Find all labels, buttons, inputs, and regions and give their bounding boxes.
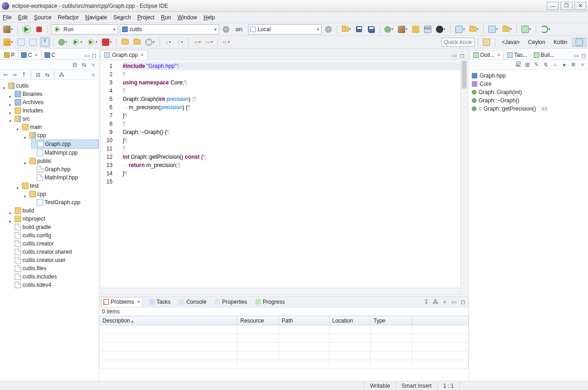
tree-item[interactable]: cutils.creator (9, 240, 99, 248)
save-button[interactable] (354, 24, 364, 34)
tb2-edit[interactable] (2, 37, 14, 47)
outline-item[interactable]: cGraph::getPrecision() : int (472, 105, 585, 113)
quick-access-input[interactable] (441, 38, 475, 47)
tree-item[interactable]: MathImpl.hpp (31, 173, 99, 182)
tab-properties[interactable]: Properties (213, 298, 249, 306)
tb2-back[interactable]: ⇦ (192, 37, 202, 47)
project-config-button[interactable] (221, 24, 231, 34)
stop-button[interactable] (34, 24, 44, 34)
close-editor-icon[interactable]: ✕ (140, 52, 144, 57)
tb2-debug[interactable] (57, 37, 68, 47)
tb2-search[interactable] (144, 37, 156, 47)
menu-run[interactable]: Run (161, 14, 171, 21)
tree-item[interactable]: ▸Includes (9, 106, 99, 115)
problems-col[interactable]: Path (279, 316, 329, 325)
nav-up-icon[interactable]: ⤒ (20, 71, 28, 78)
target-config-button[interactable] (323, 24, 334, 34)
maximize-button[interactable]: ❐ (560, 2, 572, 10)
perspective-java[interactable]: <Java> (498, 38, 523, 47)
nav-back-icon[interactable]: ⇦ (2, 71, 9, 78)
tree-item[interactable]: Graph.hpp (31, 165, 99, 173)
tab-console[interactable]: Console (177, 298, 208, 306)
nav-filter-icon[interactable]: ⁂ (58, 71, 65, 78)
menu-source[interactable]: Source (34, 14, 51, 21)
nav-link-icon[interactable]: ⇆ (44, 71, 51, 78)
menu-search[interactable]: Search (113, 14, 131, 21)
open-perspective-button[interactable] (481, 37, 492, 47)
tb-user[interactable] (435, 24, 447, 34)
tb2-whitespace[interactable]: ¶ (40, 37, 50, 47)
tree-item[interactable]: ▾public (24, 157, 99, 165)
outline-item[interactable]: Graph::Graph(int) (472, 88, 585, 96)
tree-item[interactable]: cutils.config (9, 231, 99, 240)
problems-table[interactable]: DescriptionResourcePathLocationType (99, 316, 469, 381)
problems-filter-icon[interactable]: ↧ (423, 298, 430, 306)
editor-content[interactable]: #include "Graph.hpp"¶¶using namespace Co… (121, 61, 467, 295)
outline-item[interactable]: Core (472, 80, 585, 88)
menu-help[interactable]: Help (204, 14, 215, 21)
nav-menu-icon[interactable]: ▿ (90, 71, 97, 78)
problems-min-icon[interactable]: ▭ (450, 298, 458, 306)
problems-col[interactable]: Description (100, 316, 237, 325)
tb2-block[interactable] (28, 37, 38, 47)
build-config-button[interactable] (396, 24, 409, 34)
run-config-combo[interactable]: Run ▾ (51, 24, 118, 34)
perspective-kotlin[interactable]: Kotlin (550, 38, 571, 47)
tb2-open1[interactable] (120, 37, 130, 47)
tab-c-projects-2[interactable]: C (41, 50, 59, 59)
target-combo[interactable]: Local ▾ (248, 24, 322, 34)
minimize-button[interactable]: — (547, 2, 559, 10)
menu-navigate[interactable]: Navigate (85, 14, 107, 21)
editor-min-icon[interactable]: ▭ (450, 52, 458, 59)
tree-item[interactable]: cutils.creator.shared (9, 248, 99, 256)
tab-tasklist[interactable]: Tas... (504, 50, 531, 59)
editor-max-icon[interactable]: ◻ (458, 52, 466, 59)
left-min-icon[interactable]: ▭ (83, 52, 90, 59)
problems-col[interactable]: Type (371, 316, 412, 325)
new-button[interactable] (340, 24, 352, 34)
link-editor-icon[interactable]: ⇆ (80, 61, 88, 68)
tab-c-projects-active[interactable]: C✕ (18, 50, 41, 59)
tree-item[interactable]: ▸Archives (9, 98, 99, 106)
tab-outline[interactable]: Outl...✕ (470, 50, 504, 59)
perspective-cpp[interactable] (572, 38, 586, 47)
menu-edit[interactable]: Edit (18, 14, 28, 21)
code-editor[interactable]: 123456789101112131415 #include "Graph.hp… (100, 61, 468, 295)
tb-fldr2[interactable] (501, 24, 513, 34)
view-menu-icon[interactable]: ▿ (90, 61, 97, 68)
tb2-next[interactable]: ↓ (163, 37, 173, 47)
nav-fwd-icon[interactable]: ⇨ (11, 71, 18, 78)
tree-item[interactable]: TestGraph.cpp (31, 198, 99, 206)
tree-item[interactable]: ▸nbproject (9, 215, 99, 223)
menu-refactor[interactable]: Refactor (58, 14, 79, 21)
project-tree[interactable]: ▾cutils▸Binaries▸Archives▸Includes▾src▾m… (0, 80, 99, 381)
editor-hscrollbar[interactable] (101, 288, 460, 295)
editor-vscrollbar[interactable] (460, 61, 467, 295)
right-max-icon[interactable]: ◻ (580, 52, 587, 59)
outline-item[interactable]: Graph.hpp (472, 72, 585, 80)
close-button[interactable]: ✕ (574, 2, 586, 10)
tb-cls2[interactable] (487, 24, 499, 34)
ol-h5-icon[interactable]: ● (560, 61, 568, 68)
tab-project-explorer[interactable]: P (1, 50, 18, 59)
nav-collapse-icon[interactable]: ⊟ (34, 71, 42, 78)
tb2-cov[interactable] (85, 37, 99, 47)
tree-root[interactable]: ▾cutils (2, 82, 99, 90)
tb2-ext[interactable] (101, 37, 113, 47)
problems-menu-icon[interactable]: ⁂ (432, 298, 439, 306)
editor-tab-graph-cpp[interactable]: Graph.cpp ✕ (100, 50, 148, 59)
tree-item[interactable]: ▾cpp (24, 190, 99, 198)
tb-010[interactable]: 010 (423, 24, 433, 34)
tab-problems[interactable]: !Problems✕ (101, 297, 143, 306)
tree-item[interactable]: cutils.includes (9, 273, 99, 281)
outline-list[interactable]: Graph.hppCoreGraph::Graph(int)Graph::~Gr… (469, 70, 588, 381)
tab-build[interactable]: Buil... (531, 50, 558, 59)
perspective-ceylon[interactable]: Ceylon (525, 38, 548, 47)
tree-item[interactable]: cutils.creator.user (9, 256, 99, 264)
tree-item[interactable]: build.gradle (9, 223, 99, 231)
tb-folder[interactable] (468, 24, 480, 34)
ol-h6-icon[interactable]: ✲ (570, 61, 577, 68)
right-min-icon[interactable]: ▭ (572, 52, 580, 59)
ol-h4-icon[interactable]: ○ (551, 61, 559, 68)
menu-file[interactable]: File (3, 14, 11, 21)
